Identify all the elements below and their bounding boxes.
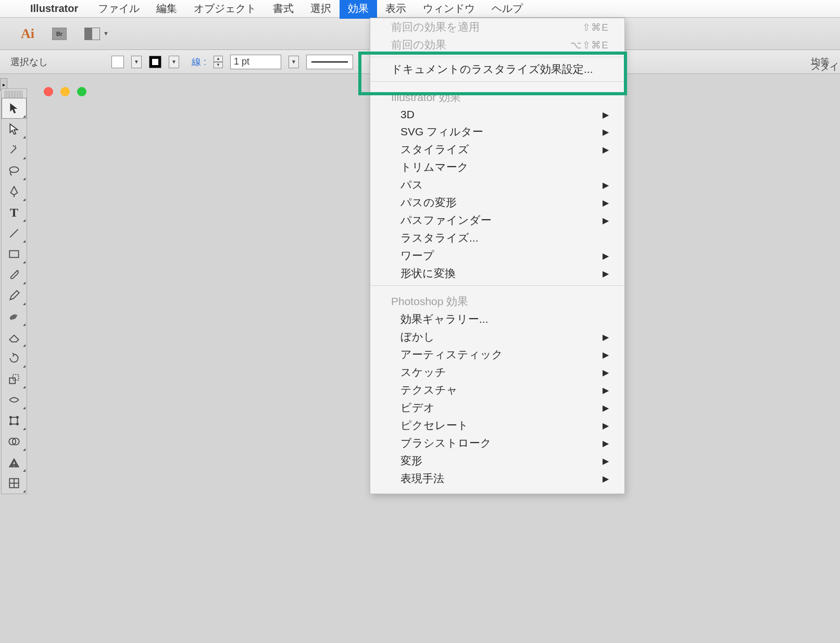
selection-status: 選択なし (10, 56, 104, 68)
menu-item[interactable]: 変形▶ (370, 452, 624, 470)
bridge-button[interactable]: Br (52, 28, 67, 40)
menu-item-label: スケッチ (400, 365, 446, 380)
menu-item[interactable]: ぼかし▶ (370, 328, 624, 346)
menu-object[interactable]: オブジェクト (185, 0, 265, 19)
mesh-tool[interactable] (2, 473, 27, 494)
menu-view[interactable]: 表示 (377, 0, 415, 19)
close-window-button[interactable] (44, 87, 53, 96)
menu-effect[interactable]: 効果 (340, 0, 377, 19)
menu-item-label: パス (400, 178, 423, 192)
menu-item[interactable]: 効果ギャラリー... (370, 310, 624, 328)
menu-item[interactable]: ワープ▶ (370, 247, 624, 264)
direct-selection-tool[interactable] (2, 119, 27, 140)
menu-item[interactable]: スケッチ▶ (370, 363, 624, 381)
svg-point-8 (10, 423, 11, 425)
menu-item[interactable]: 形状に変換▶ (370, 264, 624, 282)
submenu-arrow-icon: ▶ (603, 403, 609, 413)
pen-tool[interactable] (2, 181, 27, 202)
fill-dropdown[interactable]: ▼ (131, 56, 142, 68)
shape-builder-tool[interactable] (2, 431, 27, 452)
menu-item-label: SVG フィルター (400, 124, 483, 139)
menu-item-label: 3D (400, 108, 415, 121)
menu-item[interactable]: 表現手法▶ (370, 470, 624, 487)
menu-item[interactable]: テクスチャ▶ (370, 381, 624, 399)
submenu-arrow-icon: ▶ (603, 474, 609, 484)
fill-swatch[interactable] (111, 56, 124, 68)
menu-item-label: ワープ (400, 248, 434, 263)
illustrator-logo: Ai (21, 26, 34, 42)
svg-line-1 (10, 229, 18, 237)
menu-divider (370, 57, 624, 57)
menu-item[interactable]: スタイライズ▶ (370, 141, 624, 158)
menu-help[interactable]: ヘルプ (483, 0, 531, 19)
svg-rect-3 (9, 378, 15, 384)
perspective-grid-tool[interactable] (2, 452, 27, 473)
type-tool[interactable]: T (2, 202, 27, 223)
lasso-tool[interactable] (2, 160, 27, 181)
stroke-weight-field[interactable]: 1 pt (230, 55, 281, 69)
menu-item[interactable]: アーティスティック▶ (370, 346, 624, 363)
width-tool[interactable] (2, 389, 27, 410)
submenu-arrow-icon: ▶ (603, 368, 609, 377)
stroke-dropdown[interactable]: ▼ (169, 56, 179, 68)
tool-palette: T (1, 89, 27, 494)
menu-item[interactable]: ドキュメントのラスタライズ効果設定... (370, 60, 624, 78)
submenu-arrow-icon: ▶ (603, 251, 609, 261)
rectangle-tool[interactable] (2, 244, 27, 264)
menu-item[interactable]: パスの変形▶ (370, 194, 624, 211)
arrange-documents-button[interactable] (84, 28, 100, 40)
submenu-arrow-icon: ▶ (603, 421, 609, 431)
blob-brush-tool[interactable] (2, 306, 27, 327)
stroke-weight-dropdown[interactable]: ▼ (289, 56, 299, 68)
magic-wand-tool[interactable] (2, 140, 27, 160)
menu-shortcut: ⌥⇧⌘E (570, 39, 609, 51)
menu-type[interactable]: 書式 (265, 0, 302, 19)
stroke-label[interactable]: 線 : (192, 56, 206, 68)
menu-item[interactable]: ビデオ▶ (370, 399, 624, 417)
eraser-tool[interactable] (2, 327, 27, 348)
menu-shortcut: ⇧⌘E (582, 21, 609, 33)
stroke-swatch[interactable] (149, 56, 161, 68)
stroke-profile-preview[interactable] (306, 55, 353, 69)
menu-item-label: ブラシストローク (400, 436, 492, 450)
menu-window[interactable]: ウィンドウ (415, 0, 483, 19)
menu-select[interactable]: 選択 (302, 0, 340, 19)
free-transform-tool[interactable] (2, 410, 27, 431)
menu-item-label: 表現手法 (400, 471, 444, 486)
menu-item-label: パスの変形 (400, 195, 457, 210)
rotate-tool[interactable] (2, 348, 27, 369)
menu-item-label: Illustrator 効果 (391, 90, 461, 105)
menu-edit[interactable]: 編集 (148, 0, 185, 19)
app-name[interactable]: Illustrator (30, 3, 78, 15)
menu-item[interactable]: パス▶ (370, 176, 624, 194)
menu-file[interactable]: ファイル (90, 0, 148, 19)
pencil-tool[interactable] (2, 285, 27, 306)
menu-item[interactable]: ブラシストローク▶ (370, 434, 624, 452)
svg-point-6 (10, 417, 11, 418)
menu-item[interactable]: SVG フィルター▶ (370, 123, 624, 141)
menu-item-label: テクスチャ (400, 383, 458, 397)
menu-section-header: Illustrator 効果 (370, 85, 624, 106)
paintbrush-tool[interactable] (2, 264, 27, 285)
menu-item[interactable]: パスファインダー▶ (370, 211, 624, 229)
svg-point-9 (17, 423, 18, 425)
minimize-window-button[interactable] (60, 87, 70, 96)
menu-item[interactable]: ピクセレート▶ (370, 417, 624, 434)
menu-item-label: ドキュメントのラスタライズ効果設定... (391, 62, 593, 77)
menu-item[interactable]: 3D▶ (370, 106, 624, 123)
menu-item-label: ラスタライズ... (400, 231, 479, 245)
menu-item-label: スタイライズ (400, 142, 469, 157)
palette-grip[interactable] (5, 91, 23, 98)
zoom-window-button[interactable] (77, 87, 86, 96)
menu-item[interactable]: トリムマーク (370, 158, 624, 176)
stroke-weight-stepper[interactable]: ▲▼ (214, 56, 223, 68)
menu-item-label: トリムマーク (400, 160, 469, 174)
submenu-arrow-icon: ▶ (603, 198, 609, 208)
effect-menu-dropdown: 前回の効果を適用⇧⌘E前回の効果⌥⇧⌘Eドキュメントのラスタライズ効果設定...… (370, 18, 625, 494)
submenu-arrow-icon: ▶ (603, 438, 609, 448)
selection-tool[interactable] (2, 98, 27, 119)
menu-item[interactable]: ラスタライズ... (370, 229, 624, 247)
line-segment-tool[interactable] (2, 223, 27, 244)
scale-tool[interactable] (2, 369, 27, 389)
submenu-arrow-icon: ▶ (603, 110, 609, 120)
